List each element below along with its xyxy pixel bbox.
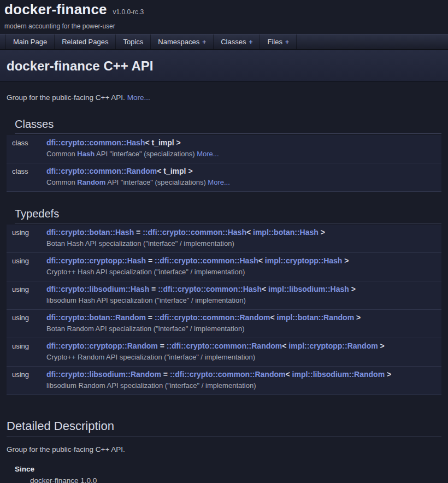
nav-tab-label: Main Page <box>13 38 47 46</box>
typedef-link[interactable]: dfi::crypto::botan::Random <box>46 313 146 322</box>
equals-sign: = <box>161 370 170 379</box>
equals-sign: = <box>146 313 155 322</box>
typedef-impl-link[interactable]: impl::botan::Random <box>277 313 355 322</box>
angle-close: > <box>342 256 349 265</box>
nav-tab-related-pages[interactable]: Related Pages <box>55 34 116 49</box>
nav-tab-label: Topics <box>123 38 143 46</box>
typedef-link[interactable]: dfi::crypto::cryptopp::Hash <box>46 256 146 265</box>
class-link[interactable]: dfi::crypto::common::Hash <box>46 138 145 147</box>
typedef-declaration: dfi::crypto::libsodium::Hash = ::dfi::cr… <box>46 281 439 294</box>
typedef-row: using dfi::crypto::cryptopp::Hash = ::df… <box>7 253 441 281</box>
nav-tab-label: Namespaces <box>158 38 199 46</box>
class-brief: Common Hash API "interface" (specializat… <box>46 148 439 163</box>
member-kind: using <box>7 253 46 281</box>
class-brief: Common Random API "interface" (specializ… <box>46 176 439 191</box>
member-kind: class <box>7 163 46 192</box>
typedefs-table: using dfi::crypto::botan::Hash = ::dfi::… <box>7 225 441 395</box>
typedef-impl-link[interactable]: impl::botan::Hash <box>253 228 319 237</box>
angle-open: < <box>246 228 253 237</box>
since-block: Since docker-finance 1.0.0 <box>15 465 441 483</box>
brief-text: Common <box>46 150 77 158</box>
typedef-declaration: dfi::crypto::botan::Random = ::dfi::cryp… <box>46 310 439 322</box>
nav-tab-label: Files <box>267 38 282 46</box>
typedef-link[interactable]: dfi::crypto::libsodium::Random <box>46 370 161 379</box>
template-args: < t_impl > <box>157 167 192 175</box>
equals-sign: = <box>149 285 158 293</box>
angle-open: < <box>282 341 288 350</box>
group-brief-text: Group for the public-facing C++ API. <box>7 93 125 102</box>
typedef-brief: Crypto++ Random API specialization ("int… <box>46 351 439 366</box>
typedef-brief: libsodium Hash API specialization ("inte… <box>46 294 439 309</box>
typedef-target-link[interactable]: ::dfi::crypto::common::Random <box>170 370 286 379</box>
class-row-random: class dfi::crypto::common::Random< t_imp… <box>7 163 441 192</box>
typedefs-heading: Typedefs <box>15 207 441 223</box>
class-desc-link[interactable]: Hash <box>77 150 95 158</box>
since-value: docker-finance 1.0.0 <box>30 476 441 483</box>
detailed-description-heading: Detailed Description <box>7 419 441 437</box>
angle-close: > <box>385 370 391 379</box>
nav-tab-main-page[interactable]: Main Page <box>5 34 55 49</box>
typedef-brief: Crypto++ Hash API specialization ("inter… <box>46 266 439 281</box>
typedef-target-link[interactable]: ::dfi::crypto::common::Hash <box>143 228 246 237</box>
typedef-brief: Botan Random API specialization ("interf… <box>46 322 439 338</box>
main-nav: Main Page Related Pages Topics Namespace… <box>0 34 448 50</box>
typedef-impl-link[interactable]: impl::libsodium::Random <box>292 370 385 379</box>
class-row-hash: class dfi::crypto::common::Hash< t_impl … <box>7 135 441 163</box>
nav-tab-topics[interactable]: Topics <box>116 34 151 49</box>
class-desc-link[interactable]: Random <box>77 178 105 186</box>
typedef-declaration: dfi::crypto::cryptopp::Random = ::dfi::c… <box>46 338 439 351</box>
class-link[interactable]: dfi::crypto::common::Random <box>46 167 157 175</box>
more-link[interactable]: More... <box>197 150 219 158</box>
since-label: Since <box>15 465 441 473</box>
typedef-target-link[interactable]: ::dfi::crypto::common::Random <box>155 313 270 322</box>
project-name: docker-finance <box>4 1 107 17</box>
page-header: docker-finance C++ API <box>0 50 448 82</box>
member-kind: using <box>7 310 46 338</box>
project-brief: modern accounting for the power-user <box>4 22 444 34</box>
typedef-declaration: dfi::crypto::botan::Hash = ::dfi::crypto… <box>46 225 439 237</box>
typedef-row: using dfi::crypto::cryptopp::Random = ::… <box>7 338 441 367</box>
page-title: docker-finance C++ API <box>7 58 441 74</box>
angle-close: > <box>378 341 385 350</box>
equals-sign: = <box>134 228 143 237</box>
typedef-link[interactable]: dfi::crypto::cryptopp::Random <box>46 341 158 350</box>
member-kind: using <box>7 367 46 395</box>
angle-open: < <box>285 370 292 379</box>
typedef-impl-link[interactable]: impl::libsodium::Hash <box>268 285 349 293</box>
typedef-link[interactable]: dfi::crypto::botan::Hash <box>46 228 134 237</box>
classes-table: class dfi::crypto::common::Hash< t_impl … <box>7 135 441 192</box>
brief-text: API "interface" (specializations) <box>105 178 208 186</box>
group-brief: Group for the public-facing C++ API. Mor… <box>7 93 441 102</box>
typedef-row: using dfi::crypto::botan::Random = ::dfi… <box>7 310 441 338</box>
typedef-target-link[interactable]: ::dfi::crypto::common::Hash <box>155 256 258 265</box>
masthead: docker-finance v1.0.0-rc.3 modern accoun… <box>0 0 448 34</box>
angle-open: < <box>262 285 268 293</box>
angle-open: < <box>270 313 276 322</box>
typedef-row: using dfi::crypto::botan::Hash = ::dfi::… <box>7 225 441 253</box>
dropdown-plus-icon: + <box>202 38 206 46</box>
member-kind: class <box>7 135 46 163</box>
typedef-brief: libsodium Random API specialization ("in… <box>46 379 439 394</box>
class-declaration: dfi::crypto::common::Hash< t_impl > <box>46 135 439 148</box>
typedef-brief: Botan Hash API specialization ("interfac… <box>46 237 439 252</box>
dropdown-plus-icon: + <box>285 38 289 46</box>
contents: Group for the public-facing C++ API. Mor… <box>0 82 448 483</box>
angle-open: < <box>258 256 265 265</box>
template-args: < t_impl > <box>145 138 180 147</box>
nav-tab-files[interactable]: Files + <box>260 34 296 49</box>
member-kind: using <box>7 338 46 367</box>
typedef-target-link[interactable]: ::dfi::crypto::common::Hash <box>158 285 262 293</box>
nav-tab-namespaces[interactable]: Namespaces + <box>151 34 214 49</box>
typedef-impl-link[interactable]: impl::cryptopp::Random <box>288 341 378 350</box>
classes-heading: Classes <box>15 117 441 134</box>
more-link[interactable]: More... <box>208 178 229 186</box>
typedef-link[interactable]: dfi::crypto::libsodium::Hash <box>46 285 149 293</box>
nav-tab-classes[interactable]: Classes + <box>214 34 260 49</box>
typedef-target-link[interactable]: ::dfi::crypto::common::Random <box>167 341 282 350</box>
typedef-row: using dfi::crypto::libsodium::Hash = ::d… <box>7 281 441 310</box>
project-version: v1.0.0-rc.3 <box>113 8 144 16</box>
more-link[interactable]: More... <box>127 93 150 102</box>
angle-close: > <box>319 228 325 237</box>
typedef-impl-link[interactable]: impl::cryptopp::Hash <box>265 256 343 265</box>
member-kind: using <box>7 281 46 310</box>
